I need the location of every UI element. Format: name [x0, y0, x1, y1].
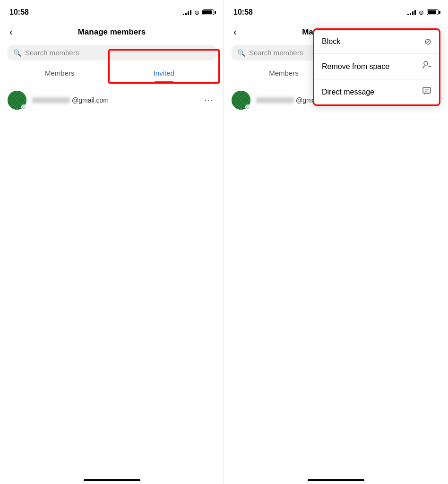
dm-label: Direct message — [322, 88, 374, 96]
wifi-icon-left: ⊜ — [194, 9, 199, 16]
context-menu-block[interactable]: Block ⊘ — [314, 30, 439, 54]
svg-point-0 — [424, 61, 428, 65]
back-button-left[interactable]: ‹ — [8, 25, 15, 39]
email-blur-right — [256, 97, 294, 103]
online-indicator-right — [245, 104, 250, 110]
member-item-left: @gmail.com ⋯ — [8, 86, 216, 114]
battery-icon-right — [427, 9, 439, 15]
member-list-left: @gmail.com ⋯ — [0, 86, 224, 114]
email-blur-left — [32, 97, 70, 103]
status-bar-left: 10:58 ⊜ — [0, 0, 224, 21]
right-phone-panel: 10:58 ⊜ ‹ Manage members 🔍 Search member… — [224, 0, 448, 484]
block-icon: ⊘ — [424, 36, 431, 47]
signal-icon-left — [183, 9, 191, 15]
status-time-right: 10:58 — [233, 8, 253, 17]
tabs-row-left: Members Invited — [8, 64, 216, 82]
battery-icon-left — [202, 9, 214, 15]
status-icons-left: ⊜ — [183, 9, 214, 16]
member-email-left: @gmail.com — [32, 96, 195, 104]
search-icon-left: 🔍 — [13, 49, 21, 57]
search-icon-right: 🔍 — [237, 49, 245, 57]
search-bar-left[interactable]: 🔍 Search members — [8, 45, 216, 60]
wifi-icon-right: ⊜ — [419, 9, 424, 16]
remove-label: Remove from space — [322, 62, 389, 71]
nav-header-left: ‹ Manage members — [0, 21, 224, 43]
avatar-wrap-left — [8, 91, 26, 110]
search-placeholder-left: Search members — [25, 49, 79, 57]
svg-rect-2 — [423, 87, 431, 93]
status-time-left: 10:58 — [9, 8, 29, 17]
back-button-right[interactable]: ‹ — [232, 25, 239, 39]
email-domain-left: @gmail.com — [72, 96, 109, 104]
signal-icon-right — [407, 9, 416, 15]
more-button-left[interactable]: ⋯ — [201, 93, 216, 108]
tab-members-left[interactable]: Members — [8, 64, 112, 82]
home-indicator-left — [84, 479, 140, 481]
block-label: Block — [322, 37, 340, 46]
remove-icon — [422, 60, 431, 72]
search-placeholder-right: Search members — [249, 49, 303, 57]
context-menu-dm[interactable]: Direct message — [314, 79, 439, 104]
tab-invited-left[interactable]: Invited — [112, 64, 216, 82]
email-display-left: @gmail.com — [32, 96, 195, 104]
avatar-wrap-right — [232, 91, 250, 110]
home-indicator-right — [308, 479, 364, 481]
context-menu: Block ⊘ Remove from space Direct message — [313, 28, 440, 106]
status-bar-right: 10:58 ⊜ — [224, 0, 448, 21]
left-phone-panel: 10:58 ⊜ ‹ Manage members 🔍 Search member… — [0, 0, 224, 484]
online-indicator-left — [21, 104, 26, 110]
context-menu-remove[interactable]: Remove from space — [314, 54, 439, 79]
page-title-left: Manage members — [78, 27, 146, 37]
dm-icon — [422, 86, 431, 98]
status-icons-right: ⊜ — [407, 9, 439, 16]
